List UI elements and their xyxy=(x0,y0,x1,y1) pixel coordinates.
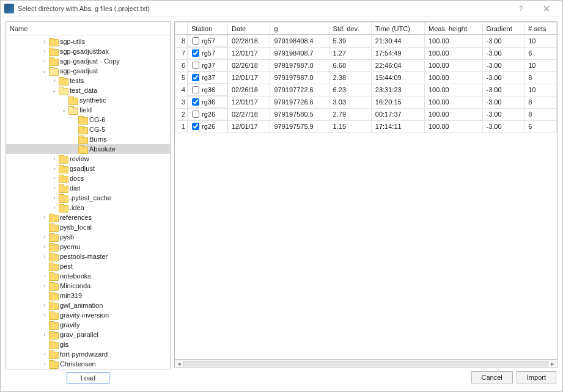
tree-item[interactable]: ›pyemu xyxy=(6,242,170,252)
tree-item[interactable]: ›.idea xyxy=(6,203,170,212)
cell-time: 21:30:44 xyxy=(371,35,424,48)
folder-icon xyxy=(49,341,57,348)
cell-grad: -3.00 xyxy=(482,108,524,120)
chevron-right-icon[interactable]: › xyxy=(50,203,59,212)
column-header[interactable]: Date xyxy=(228,23,270,35)
scroll-left-icon[interactable]: ◄ xyxy=(175,361,183,367)
data-table-container[interactable]: StationDategStd. dev.Time (UTC)Meas. hei… xyxy=(174,21,557,360)
tree-item[interactable]: ›gsadjust xyxy=(6,164,170,173)
tree-item[interactable]: ›.pytest_cache xyxy=(6,193,170,203)
row-checkbox[interactable] xyxy=(192,123,199,130)
tree-item[interactable]: ›fort-pymdwizard xyxy=(6,349,170,359)
row-checkbox[interactable] xyxy=(192,49,199,57)
chevron-right-icon[interactable]: › xyxy=(40,233,49,241)
tree-item[interactable]: ›Miniconda xyxy=(6,281,170,291)
chevron-right-icon[interactable]: › xyxy=(50,194,59,202)
chevron-right-icon[interactable]: › xyxy=(40,37,49,46)
directory-tree[interactable]: Name ›sgp-utils›sgp-gsadjustbak›sgp-gsad… xyxy=(6,21,171,369)
close-button[interactable] xyxy=(534,2,559,15)
scroll-right-icon[interactable]: ► xyxy=(549,361,556,367)
tree-item[interactable]: synthetic xyxy=(6,95,170,105)
tree-item[interactable]: ›sgp-utils xyxy=(6,37,170,46)
chevron-right-icon[interactable]: › xyxy=(40,57,49,65)
tree-item[interactable]: ⌄test_data xyxy=(6,85,170,95)
tree-item[interactable]: ›projects xyxy=(6,369,170,369)
tree-item[interactable]: ⌄sgp-gsadjust xyxy=(6,66,170,76)
column-header[interactable]: Station xyxy=(188,23,228,35)
table-row[interactable]: 3rg3612/01/17979197726.63.0316:20:15100.… xyxy=(175,96,557,108)
import-button[interactable]: Import xyxy=(517,371,556,383)
column-header[interactable]: Gradient xyxy=(482,23,524,35)
chevron-right-icon[interactable]: › xyxy=(50,154,59,163)
tree-item[interactable]: gravity xyxy=(6,320,170,330)
tree-item[interactable]: ›references xyxy=(6,212,170,222)
cancel-button[interactable]: Cancel xyxy=(471,371,513,383)
chevron-right-icon[interactable]: › xyxy=(40,252,49,261)
tree-item[interactable]: pysb_local xyxy=(6,222,170,232)
chevron-right-icon[interactable]: › xyxy=(50,76,59,85)
chevron-right-icon[interactable]: › xyxy=(40,360,49,368)
tree-item[interactable]: CG-6 xyxy=(6,115,170,125)
cell-grad: -3.00 xyxy=(482,35,524,48)
row-checkbox[interactable] xyxy=(192,111,199,118)
tree-item[interactable]: min319 xyxy=(6,291,170,300)
table-row[interactable]: 6rg3702/26/18979197987.06.6822:46:04100.… xyxy=(175,59,557,71)
tree-item[interactable]: ›grav_parallel xyxy=(6,330,170,339)
tree-item[interactable]: ›gwl_animation xyxy=(6,300,170,310)
row-checkbox[interactable] xyxy=(192,86,199,93)
tree-item[interactable]: ›notebooks xyxy=(6,271,170,281)
table-row[interactable]: 2rg2602/27/18979197580.52.7900:17:37100.… xyxy=(175,108,557,120)
column-header[interactable]: Std. dev. xyxy=(329,23,371,35)
column-header[interactable]: Time (UTC) xyxy=(371,23,424,35)
table-row[interactable]: 4rg3602/26/18979197722.66.2323:31:23100.… xyxy=(175,84,557,96)
row-checkbox[interactable] xyxy=(192,37,199,45)
tree-item[interactable]: Burris xyxy=(6,134,170,144)
chevron-right-icon[interactable]: › xyxy=(50,164,59,173)
tree-item[interactable]: pest xyxy=(6,261,170,271)
tree-item[interactable]: ›sgp-gsadjust - Copy xyxy=(6,56,170,66)
row-checkbox[interactable] xyxy=(192,98,199,106)
folder-icon xyxy=(78,145,87,153)
column-header[interactable]: g xyxy=(270,23,329,35)
chevron-right-icon[interactable]: › xyxy=(40,330,49,339)
column-header[interactable]: # sets xyxy=(524,23,557,35)
row-checkbox[interactable] xyxy=(192,62,199,69)
table-row[interactable]: 7rg5712/01/17979198408.71.2717:54:49100.… xyxy=(175,47,557,59)
tree-item[interactable]: ›review xyxy=(6,154,170,164)
tree-item[interactable]: ›dist xyxy=(6,183,170,193)
table-row[interactable]: 1rg2612/01/17979197575.91.1517:14:11100.… xyxy=(175,120,557,132)
tree-item[interactable]: gis xyxy=(6,339,170,349)
tree-item[interactable]: ›Christensen xyxy=(6,359,170,369)
tree-item[interactable]: ›pysb xyxy=(6,232,170,242)
chevron-right-icon[interactable]: › xyxy=(40,242,49,251)
chevron-right-icon[interactable]: › xyxy=(40,47,49,56)
chevron-down-icon[interactable]: ⌄ xyxy=(50,86,59,95)
tree-item[interactable]: CG-5 xyxy=(6,125,170,134)
row-checkbox[interactable] xyxy=(192,74,199,81)
help-button[interactable]: ? xyxy=(509,2,533,15)
chevron-right-icon[interactable]: › xyxy=(40,350,49,358)
chevron-right-icon[interactable]: › xyxy=(40,272,49,280)
chevron-right-icon[interactable]: › xyxy=(40,281,49,290)
chevron-right-icon[interactable]: › xyxy=(50,174,59,183)
tree-item-label: test_data xyxy=(70,85,97,95)
load-button[interactable]: Load xyxy=(67,372,109,383)
chevron-right-icon[interactable]: › xyxy=(50,184,59,192)
chevron-right-icon[interactable]: › xyxy=(40,301,49,310)
tree-item[interactable]: Absolute xyxy=(6,144,170,154)
table-row[interactable]: 5rg3712/01/17979197987.02.3815:44:09100.… xyxy=(175,71,557,84)
chevron-down-icon[interactable]: ⌄ xyxy=(60,106,68,114)
tree-item[interactable]: ›tests xyxy=(6,76,170,85)
chevron-right-icon[interactable]: › xyxy=(40,213,49,222)
cell-grad: -3.00 xyxy=(482,71,524,84)
tree-item[interactable]: ›docs xyxy=(6,173,170,183)
table-row[interactable]: 8rg5702/28/18979198408.45.3921:30:44100.… xyxy=(175,35,557,48)
horizontal-scrollbar[interactable]: ◄ ► xyxy=(174,360,557,368)
tree-item[interactable]: ›pestools-master xyxy=(6,252,170,261)
tree-item[interactable]: ⌄field xyxy=(6,105,170,115)
tree-item[interactable]: ›gravity-inversion xyxy=(6,310,170,320)
chevron-down-icon[interactable]: ⌄ xyxy=(40,67,49,75)
chevron-right-icon[interactable]: › xyxy=(40,311,49,319)
column-header[interactable]: Meas. height xyxy=(424,23,482,35)
tree-item[interactable]: ›sgp-gsadjustbak xyxy=(6,46,170,56)
